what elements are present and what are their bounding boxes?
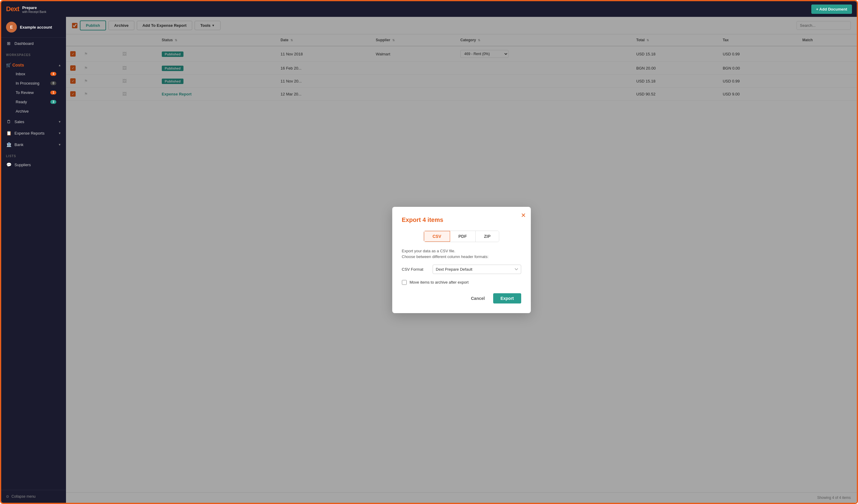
- add-document-button[interactable]: + Add Document: [811, 4, 852, 14]
- content-area: Publish Archive Add To Expense Report To…: [66, 17, 857, 503]
- logo-sub: with Receipt Bank: [22, 10, 46, 14]
- lists-label: LISTS: [1, 150, 66, 159]
- sales-icon: 🗒: [6, 119, 12, 124]
- sidebar-item-suppliers[interactable]: 💬 Suppliers: [1, 159, 66, 170]
- bank-label: Bank: [14, 142, 23, 147]
- to-review-badge: 1: [50, 91, 56, 95]
- collapse-icon: ⊙: [6, 494, 9, 499]
- costs-label: Costs: [12, 63, 24, 67]
- modal-footer: Cancel Export: [402, 293, 521, 304]
- workspaces-label: WORKSPACES: [1, 49, 66, 58]
- ready-badge: 3: [50, 100, 56, 104]
- sidebar-item-expense-reports[interactable]: 📋 Expense Reports ▼: [1, 127, 66, 139]
- collapse-label: Collapse menu: [12, 494, 35, 499]
- costs-icon: 🛒: [6, 63, 11, 67]
- format-tab-pdf[interactable]: PDF: [450, 231, 476, 242]
- modal-close-button[interactable]: ✕: [521, 212, 526, 219]
- export-modal: ✕ Export 4 items CSV PDF ZIP Export your…: [392, 207, 531, 313]
- sidebar-item-dashboard[interactable]: ⊞ Dashboard: [1, 38, 66, 49]
- modal-description: Export your data as a CSV file. Choose b…: [402, 248, 521, 260]
- inbox-label: Inbox: [16, 72, 25, 76]
- modal-title: Export 4 items: [402, 216, 521, 223]
- format-tab-zip[interactable]: ZIP: [476, 231, 499, 242]
- logo-dext: Dext: [6, 5, 19, 13]
- archive-label: Archive: [16, 109, 29, 114]
- chevron-up-icon: ▲: [58, 64, 61, 67]
- logo-prepare: Prepare: [22, 5, 37, 10]
- expense-reports-label: Expense Reports: [14, 131, 45, 135]
- avatar: E: [6, 22, 17, 33]
- sidebar-item-label: Dashboard: [14, 41, 34, 46]
- top-navbar: Dext Prepare with Receipt Bank + Add Doc…: [1, 1, 857, 17]
- bank-icon: 🏦: [6, 142, 12, 147]
- suppliers-icon: 💬: [6, 162, 12, 167]
- archive-checkbox[interactable]: [402, 280, 407, 285]
- dashboard-icon: ⊞: [6, 41, 12, 46]
- sidebar-item-costs[interactable]: 🛒 Costs ▲: [6, 61, 61, 69]
- to-review-label: To Review: [16, 90, 34, 95]
- csv-format-label: CSV Format: [402, 267, 429, 272]
- sidebar-item-sales[interactable]: 🗒 Sales ▼: [1, 116, 66, 127]
- sidebar-item-to-review[interactable]: To Review 1: [9, 88, 61, 97]
- account-name: Example account: [20, 25, 52, 30]
- sales-label: Sales: [14, 119, 25, 124]
- modal-overlay: ✕ Export 4 items CSV PDF ZIP Export your…: [66, 17, 857, 503]
- csv-format-row: CSV Format Dext Prepare Default: [402, 265, 521, 274]
- sidebar-item-ready[interactable]: Ready 3: [9, 97, 61, 107]
- suppliers-label: Suppliers: [14, 163, 31, 167]
- csv-format-select[interactable]: Dext Prepare Default: [433, 265, 521, 274]
- archive-checkbox-label[interactable]: Move items to archive after export: [410, 280, 469, 284]
- account-section[interactable]: E Example account: [1, 17, 66, 38]
- sidebar: E Example account ⊞ Dashboard WORKSPACES…: [1, 17, 66, 503]
- ready-label: Ready: [16, 100, 27, 104]
- in-processing-label: In Processing: [16, 81, 39, 85]
- archive-checkbox-row: Move items to archive after export: [402, 280, 521, 285]
- format-tab-group: CSV PDF ZIP: [424, 231, 499, 242]
- export-button[interactable]: Export: [493, 293, 521, 304]
- cancel-button[interactable]: Cancel: [466, 293, 490, 304]
- collapse-menu-button[interactable]: ⊙ Collapse menu: [1, 490, 66, 503]
- format-tab-csv[interactable]: CSV: [424, 231, 450, 242]
- sidebar-item-bank[interactable]: 🏦 Bank ▼: [1, 139, 66, 150]
- sidebar-item-archive[interactable]: Archive: [9, 107, 61, 116]
- inbox-badge: 4: [50, 72, 56, 76]
- expense-reports-icon: 📋: [6, 131, 12, 135]
- in-processing-badge: 0: [50, 81, 56, 85]
- sidebar-item-inbox[interactable]: Inbox 4: [9, 69, 61, 79]
- sidebar-item-in-processing[interactable]: In Processing 0: [9, 79, 61, 88]
